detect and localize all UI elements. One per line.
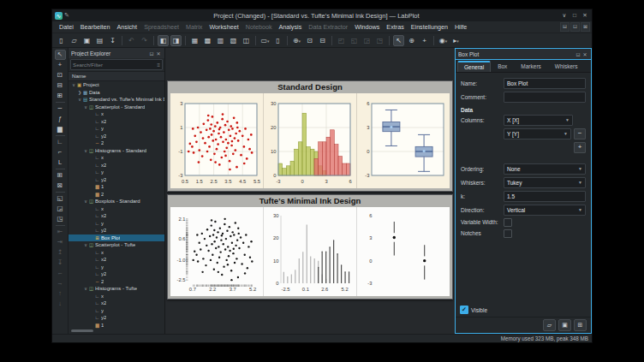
- tree-item-y[interactable]: ∟y: [69, 169, 164, 176]
- mdi-close-icon[interactable]: ⊠: [581, 22, 590, 32]
- dropdown-arrow-icon[interactable]: ▾: [456, 39, 459, 44]
- menu-windows[interactable]: Windows: [351, 23, 383, 31]
- mdi-minimize-icon[interactable]: ⊟: [560, 22, 569, 32]
- add-axis-tool-icon[interactable]: ∟: [55, 137, 66, 147]
- new-datapicker-icon[interactable]: ◫: [241, 35, 252, 46]
- dropdown-arrow-icon[interactable]: ▾: [267, 39, 270, 44]
- titlebar[interactable]: ∿ ✎ Project (Changed) - [Standard vs. Tu…: [52, 9, 592, 21]
- tab-whiskers[interactable]: Whiskers: [548, 61, 585, 72]
- presenter-mode-icon[interactable]: ▸▾: [450, 35, 462, 46]
- menu-hilfe[interactable]: Hilfe: [451, 23, 470, 31]
- tree-item-histograms-standard[interactable]: ∨◫Histograms - Standard: [69, 147, 164, 155]
- mdi-restore-icon[interactable]: ⊡: [570, 22, 580, 32]
- menu-worksheet[interactable]: Worksheet: [206, 23, 242, 31]
- close-button[interactable]: ✕: [581, 11, 589, 20]
- close-dock-icon[interactable]: ✕: [581, 51, 588, 57]
- add-info-element-tool-icon[interactable]: ⊠: [55, 181, 66, 191]
- menu-datei[interactable]: Datei: [56, 23, 77, 31]
- notches-checkbox[interactable]: [504, 229, 512, 238]
- tree-item-y2[interactable]: ∟y2: [69, 314, 164, 322]
- tab-markers[interactable]: Markers: [514, 61, 547, 72]
- direction-combobox[interactable]: Vertical▼: [504, 205, 586, 216]
- tree-item-project[interactable]: ∨▣Project: [69, 81, 164, 89]
- ordering-combobox[interactable]: None▼: [504, 163, 586, 175]
- tree-item-histograms-tufte[interactable]: ∨◫Histograms - Tufte: [69, 285, 164, 293]
- export-icon[interactable]: ↧: [107, 35, 118, 46]
- fit-page-icon[interactable]: ⊡: [304, 35, 315, 46]
- save-project-icon[interactable]: ▣: [81, 35, 92, 46]
- zoom-select-mode-icon[interactable]: ⊕: [406, 35, 417, 46]
- maximize-button[interactable]: □: [570, 11, 579, 20]
- crosshair-mode-icon[interactable]: +: [419, 35, 430, 46]
- properties-dock-header[interactable]: Box Plot ⊡✕: [456, 49, 591, 60]
- tree-item-x[interactable]: ∟x: [69, 205, 164, 213]
- tree-item-x2[interactable]: ∟x2: [69, 212, 164, 220]
- new-workbook-icon[interactable]: ▯: [272, 35, 283, 46]
- tree-item-y2[interactable]: ∟y2: [69, 270, 164, 278]
- dropdown-arrow-icon[interactable]: ▾: [445, 39, 448, 44]
- float-dock-icon[interactable]: ⊡: [575, 51, 581, 57]
- zoom-select-tool-icon[interactable]: ⊡: [55, 70, 66, 80]
- tree-item-box-plot[interactable]: ⊞Box Plot: [69, 234, 164, 242]
- new-spreadsheet-icon[interactable]: ▦: [189, 35, 200, 46]
- name-field[interactable]: Box Plot: [504, 78, 586, 89]
- boxplot-tufte-plot[interactable]: -3036: [356, 207, 450, 296]
- comment-field[interactable]: [504, 92, 586, 103]
- menu-einstellungen[interactable]: Einstellungen: [408, 23, 451, 31]
- variable-width-checkbox[interactable]: [504, 218, 512, 227]
- menu-ansicht[interactable]: Ansicht: [114, 23, 141, 31]
- add-vertical-axis-tool-icon[interactable]: L: [55, 157, 66, 168]
- add-equation-curve-tool-icon[interactable]: ƒ: [55, 114, 66, 124]
- tree-item-y[interactable]: ∟y: [69, 307, 164, 315]
- float-dock-icon[interactable]: ⊡: [148, 50, 155, 56]
- visible-checkbox[interactable]: ✓: [460, 306, 468, 314]
- auto-scale-x-tool-icon[interactable]: ◲: [55, 204, 66, 214]
- add-column-button[interactable]: +: [574, 142, 586, 153]
- tree-horizontal-scrollbar[interactable]: [70, 329, 163, 333]
- open-project-icon[interactable]: ▱: [69, 35, 80, 46]
- pointer-mode-icon[interactable]: ↖: [393, 35, 404, 46]
- worksheet-tufte-design[interactable]: Tufte's Minimal Ink Design 0.72.23.75.22…: [167, 194, 453, 300]
- column-y-combobox[interactable]: Y [Y]▼: [504, 128, 571, 139]
- scatter-tufte-plot[interactable]: 0.72.23.75.22.10.6-1.0-2.5: [170, 207, 263, 296]
- tree-item-1[interactable]: ▆1: [69, 322, 164, 329]
- dropdown-arrow-icon[interactable]: ▾: [299, 39, 301, 44]
- tree-item-y2[interactable]: ∟y2: [69, 227, 164, 234]
- new-worksheet-icon[interactable]: ▥: [215, 35, 226, 46]
- toggle-properties-dock-icon[interactable]: ◨: [170, 35, 182, 46]
- zoom-y-select-tool-icon[interactable]: ⊞: [55, 91, 66, 101]
- tree-item-2[interactable]: ∼2: [69, 278, 164, 286]
- load-template-button[interactable]: ▱: [543, 319, 556, 331]
- auto-scale-y-tool-icon[interactable]: ◳: [55, 214, 66, 224]
- save-default-button[interactable]: ⊞: [574, 319, 587, 331]
- tree-column-header-name[interactable]: Name: [69, 71, 164, 81]
- zoom-x-select-tool-icon[interactable]: ⊟: [55, 80, 66, 91]
- tree-item-x2[interactable]: ∟x2: [69, 118, 164, 126]
- tree-item-y[interactable]: ∟y: [69, 220, 164, 228]
- tree-item-x2[interactable]: ∟x2: [69, 300, 164, 307]
- add-curve-tool-icon[interactable]: ∼: [55, 104, 66, 114]
- tab-general[interactable]: General: [457, 61, 491, 72]
- minimize-button[interactable]: ∨: [560, 11, 569, 20]
- new-notebook-icon[interactable]: ▧: [228, 35, 239, 46]
- tree-item-scatterplot-tufte[interactable]: ∨◫Scatterplot - Tufte: [69, 241, 164, 249]
- tree-item-standard-vs-tufte-s-minimal-ink-design[interactable]: ∨▤Standard vs. Tufte's Minimal Ink Desig…: [69, 96, 164, 104]
- tree-item-x2[interactable]: ∟x2: [69, 162, 164, 169]
- crosshair-tool-icon[interactable]: +: [55, 60, 66, 70]
- zoom-mode-icon[interactable]: ⊕▾: [291, 35, 302, 46]
- magnification-icon[interactable]: ◉▾: [438, 35, 449, 46]
- menu-analysis[interactable]: Analysis: [275, 23, 305, 31]
- print-icon[interactable]: ▤: [94, 35, 105, 46]
- new-project-icon[interactable]: ▯: [56, 35, 67, 46]
- tree-item-y2[interactable]: ∟y2: [69, 176, 164, 184]
- tree-item-2[interactable]: ∼2: [69, 139, 164, 147]
- new-matrix-icon[interactable]: ▩: [202, 35, 213, 46]
- worksheet-standard-design[interactable]: Standard Design 0.51.52.53.54.55.5-3-113…: [167, 80, 453, 192]
- tree-item-x2[interactable]: ∟x2: [69, 256, 164, 264]
- filter-options-icon[interactable]: ≡: [157, 62, 160, 68]
- scatter-standard-plot[interactable]: 0.51.52.53.54.55.5-3-113: [170, 93, 263, 188]
- tree-item-2[interactable]: ▆2: [69, 191, 164, 199]
- navigate-tool-icon[interactable]: ↖: [55, 50, 66, 60]
- remove-column-button[interactable]: −: [574, 128, 586, 139]
- tab-box[interactable]: Box: [491, 61, 514, 72]
